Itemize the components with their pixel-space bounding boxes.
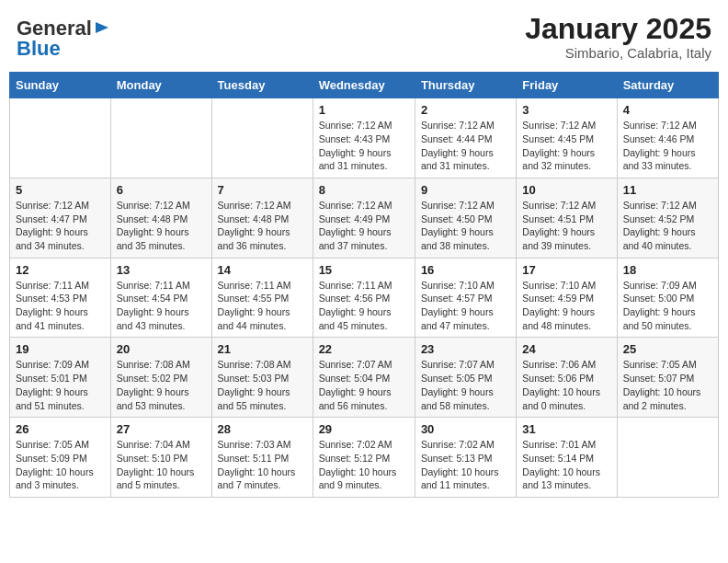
calendar-day-cell: 28Sunrise: 7:03 AM Sunset: 5:11 PM Dayli… bbox=[211, 418, 313, 498]
calendar-day-cell: 5Sunrise: 7:12 AM Sunset: 4:47 PM Daylig… bbox=[10, 178, 111, 258]
calendar-day-cell: 12Sunrise: 7:11 AM Sunset: 4:53 PM Dayli… bbox=[10, 258, 111, 338]
calendar-day-cell: 21Sunrise: 7:08 AM Sunset: 5:03 PM Dayli… bbox=[211, 338, 313, 418]
calendar-day-cell: 31Sunrise: 7:01 AM Sunset: 5:14 PM Dayli… bbox=[517, 418, 617, 498]
day-number: 9 bbox=[421, 183, 510, 197]
day-number: 30 bbox=[421, 422, 510, 436]
day-number: 13 bbox=[117, 263, 206, 277]
day-number: 17 bbox=[522, 263, 610, 277]
calendar-day-cell: 29Sunrise: 7:02 AM Sunset: 5:12 PM Dayli… bbox=[313, 418, 415, 498]
calendar-day-cell: 9Sunrise: 7:12 AM Sunset: 4:50 PM Daylig… bbox=[415, 178, 516, 258]
day-info: Sunrise: 7:12 AM Sunset: 4:50 PM Dayligh… bbox=[421, 199, 510, 253]
day-of-week-header: Monday bbox=[110, 73, 211, 98]
calendar-week-row: 12Sunrise: 7:11 AM Sunset: 4:53 PM Dayli… bbox=[10, 258, 719, 338]
day-info: Sunrise: 7:11 AM Sunset: 4:56 PM Dayligh… bbox=[319, 279, 409, 333]
calendar-day-cell: 7Sunrise: 7:12 AM Sunset: 4:48 PM Daylig… bbox=[211, 178, 313, 258]
day-number: 15 bbox=[319, 263, 409, 277]
day-info: Sunrise: 7:05 AM Sunset: 5:09 PM Dayligh… bbox=[16, 438, 105, 492]
day-info: Sunrise: 7:12 AM Sunset: 4:45 PM Dayligh… bbox=[522, 119, 610, 173]
calendar-week-row: 19Sunrise: 7:09 AM Sunset: 5:01 PM Dayli… bbox=[10, 338, 719, 418]
day-number: 20 bbox=[117, 342, 206, 356]
day-number: 23 bbox=[421, 342, 510, 356]
day-info: Sunrise: 7:09 AM Sunset: 5:00 PM Dayligh… bbox=[623, 279, 712, 333]
day-info: Sunrise: 7:12 AM Sunset: 4:49 PM Dayligh… bbox=[319, 199, 409, 253]
calendar-day-cell: 27Sunrise: 7:04 AM Sunset: 5:10 PM Dayli… bbox=[110, 418, 211, 498]
calendar-day-cell: 11Sunrise: 7:12 AM Sunset: 4:52 PM Dayli… bbox=[617, 178, 718, 258]
day-info: Sunrise: 7:01 AM Sunset: 5:14 PM Dayligh… bbox=[522, 438, 610, 492]
day-number: 22 bbox=[319, 342, 409, 356]
calendar-day-cell: 1Sunrise: 7:12 AM Sunset: 4:43 PM Daylig… bbox=[313, 98, 415, 178]
day-number: 14 bbox=[218, 263, 307, 277]
svg-marker-0 bbox=[96, 22, 108, 33]
day-info: Sunrise: 7:12 AM Sunset: 4:46 PM Dayligh… bbox=[623, 119, 712, 173]
calendar-header-row: SundayMondayTuesdayWednesdayThursdayFrid… bbox=[10, 73, 719, 98]
calendar-table: SundayMondayTuesdayWednesdayThursdayFrid… bbox=[9, 72, 719, 498]
day-of-week-header: Friday bbox=[517, 73, 617, 98]
calendar-day-cell: 2Sunrise: 7:12 AM Sunset: 4:44 PM Daylig… bbox=[415, 98, 516, 178]
day-info: Sunrise: 7:05 AM Sunset: 5:07 PM Dayligh… bbox=[623, 358, 712, 412]
day-info: Sunrise: 7:06 AM Sunset: 5:06 PM Dayligh… bbox=[522, 358, 610, 412]
day-info: Sunrise: 7:11 AM Sunset: 4:54 PM Dayligh… bbox=[117, 279, 206, 333]
day-info: Sunrise: 7:12 AM Sunset: 4:48 PM Dayligh… bbox=[218, 199, 307, 253]
calendar-day-cell: 3Sunrise: 7:12 AM Sunset: 4:45 PM Daylig… bbox=[517, 98, 617, 178]
day-info: Sunrise: 7:09 AM Sunset: 5:01 PM Dayligh… bbox=[16, 358, 105, 412]
calendar-day-cell: 8Sunrise: 7:12 AM Sunset: 4:49 PM Daylig… bbox=[313, 178, 415, 258]
day-number: 2 bbox=[421, 103, 510, 117]
day-info: Sunrise: 7:02 AM Sunset: 5:12 PM Dayligh… bbox=[319, 438, 409, 492]
calendar-day-cell: 6Sunrise: 7:12 AM Sunset: 4:48 PM Daylig… bbox=[110, 178, 211, 258]
day-number: 6 bbox=[117, 183, 206, 197]
calendar-week-row: 26Sunrise: 7:05 AM Sunset: 5:09 PM Dayli… bbox=[10, 418, 719, 498]
day-number: 11 bbox=[623, 183, 712, 197]
day-number: 28 bbox=[218, 422, 307, 436]
day-number: 16 bbox=[421, 263, 510, 277]
day-info: Sunrise: 7:07 AM Sunset: 5:04 PM Dayligh… bbox=[319, 358, 409, 412]
calendar-week-row: 5Sunrise: 7:12 AM Sunset: 4:47 PM Daylig… bbox=[10, 178, 719, 258]
calendar-week-row: 1Sunrise: 7:12 AM Sunset: 4:43 PM Daylig… bbox=[10, 98, 719, 178]
calendar-day-cell bbox=[211, 98, 313, 178]
day-number: 4 bbox=[623, 103, 712, 117]
day-info: Sunrise: 7:12 AM Sunset: 4:48 PM Dayligh… bbox=[117, 199, 206, 253]
day-info: Sunrise: 7:10 AM Sunset: 4:57 PM Dayligh… bbox=[421, 279, 510, 333]
day-info: Sunrise: 7:08 AM Sunset: 5:02 PM Dayligh… bbox=[117, 358, 206, 412]
day-info: Sunrise: 7:02 AM Sunset: 5:13 PM Dayligh… bbox=[421, 438, 510, 492]
page-header: General Blue January 2025 Simbario, Cala… bbox=[9, 9, 719, 64]
day-info: Sunrise: 7:11 AM Sunset: 4:53 PM Dayligh… bbox=[16, 279, 105, 333]
title-block: January 2025 Simbario, Calabria, Italy bbox=[525, 13, 711, 61]
day-number: 19 bbox=[16, 342, 105, 356]
day-info: Sunrise: 7:12 AM Sunset: 4:43 PM Dayligh… bbox=[319, 119, 409, 173]
day-of-week-header: Saturday bbox=[617, 73, 718, 98]
day-info: Sunrise: 7:12 AM Sunset: 4:44 PM Dayligh… bbox=[421, 119, 510, 173]
calendar-day-cell: 22Sunrise: 7:07 AM Sunset: 5:04 PM Dayli… bbox=[313, 338, 415, 418]
day-number: 27 bbox=[117, 422, 206, 436]
day-number: 31 bbox=[522, 422, 610, 436]
logo-flag-icon bbox=[94, 20, 110, 37]
day-of-week-header: Tuesday bbox=[211, 73, 313, 98]
location-subtitle: Simbario, Calabria, Italy bbox=[525, 45, 711, 61]
calendar-day-cell: 13Sunrise: 7:11 AM Sunset: 4:54 PM Dayli… bbox=[110, 258, 211, 338]
day-number: 8 bbox=[319, 183, 409, 197]
day-info: Sunrise: 7:12 AM Sunset: 4:52 PM Dayligh… bbox=[623, 199, 712, 253]
day-info: Sunrise: 7:04 AM Sunset: 5:10 PM Dayligh… bbox=[117, 438, 206, 492]
day-info: Sunrise: 7:07 AM Sunset: 5:05 PM Dayligh… bbox=[421, 358, 510, 412]
calendar-day-cell: 25Sunrise: 7:05 AM Sunset: 5:07 PM Dayli… bbox=[617, 338, 718, 418]
calendar-day-cell: 16Sunrise: 7:10 AM Sunset: 4:57 PM Dayli… bbox=[415, 258, 516, 338]
calendar-day-cell bbox=[617, 418, 718, 498]
calendar-day-cell bbox=[110, 98, 211, 178]
calendar-day-cell: 26Sunrise: 7:05 AM Sunset: 5:09 PM Dayli… bbox=[10, 418, 111, 498]
calendar-day-cell: 14Sunrise: 7:11 AM Sunset: 4:55 PM Dayli… bbox=[211, 258, 313, 338]
day-number: 10 bbox=[522, 183, 610, 197]
day-number: 25 bbox=[623, 342, 712, 356]
calendar-day-cell: 10Sunrise: 7:12 AM Sunset: 4:51 PM Dayli… bbox=[517, 178, 617, 258]
day-of-week-header: Thursday bbox=[415, 73, 516, 98]
day-info: Sunrise: 7:10 AM Sunset: 4:59 PM Dayligh… bbox=[522, 279, 610, 333]
day-info: Sunrise: 7:12 AM Sunset: 4:51 PM Dayligh… bbox=[522, 199, 610, 253]
day-number: 18 bbox=[623, 263, 712, 277]
day-of-week-header: Sunday bbox=[10, 73, 111, 98]
logo-blue-text: Blue bbox=[17, 37, 61, 61]
calendar-day-cell: 17Sunrise: 7:10 AM Sunset: 4:59 PM Dayli… bbox=[517, 258, 617, 338]
day-number: 5 bbox=[16, 183, 105, 197]
day-number: 24 bbox=[522, 342, 610, 356]
calendar-day-cell: 24Sunrise: 7:06 AM Sunset: 5:06 PM Dayli… bbox=[517, 338, 617, 418]
day-number: 12 bbox=[16, 263, 105, 277]
calendar-day-cell: 20Sunrise: 7:08 AM Sunset: 5:02 PM Dayli… bbox=[110, 338, 211, 418]
day-number: 29 bbox=[319, 422, 409, 436]
